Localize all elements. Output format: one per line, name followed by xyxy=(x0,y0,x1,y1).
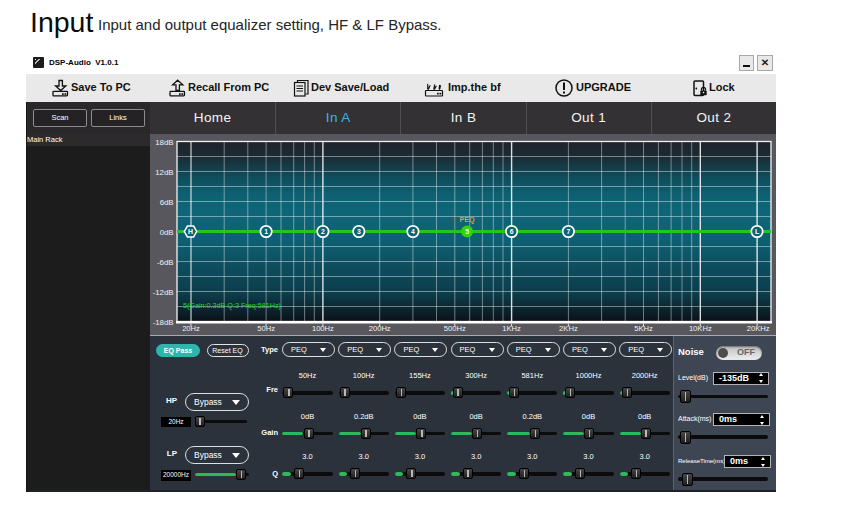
svg-text:1: 1 xyxy=(264,228,268,235)
svg-text:7: 7 xyxy=(566,228,570,235)
svg-text:500Hz: 500Hz xyxy=(444,324,466,333)
svg-text:50Hz: 50Hz xyxy=(257,324,275,333)
svg-text:3: 3 xyxy=(357,228,361,235)
svg-text:6dB: 6dB xyxy=(160,198,174,207)
svg-text:-18dB: -18dB xyxy=(153,318,174,327)
svg-text:12dB: 12dB xyxy=(155,168,173,177)
svg-text:0dB: 0dB xyxy=(160,228,174,237)
svg-text:10KHz: 10KHz xyxy=(689,324,712,333)
svg-text:18dB: 18dB xyxy=(155,138,173,147)
svg-text:-6dB: -6dB xyxy=(157,258,173,267)
svg-text:2: 2 xyxy=(321,228,325,235)
svg-text:5: 5 xyxy=(465,228,469,235)
svg-text:-12dB: -12dB xyxy=(153,288,174,297)
svg-text:H: H xyxy=(188,228,193,235)
svg-text:20Hz: 20Hz xyxy=(182,324,200,333)
svg-text:5(Gain:0.3dB Q:3 Freq:581Hz): 5(Gain:0.3dB Q:3 Freq:581Hz) xyxy=(183,301,281,310)
svg-text:4: 4 xyxy=(411,228,415,235)
svg-text:5KHz: 5KHz xyxy=(634,324,653,333)
svg-text:L: L xyxy=(755,228,759,235)
svg-text:PEQ: PEQ xyxy=(460,215,476,224)
svg-text:2KHz: 2KHz xyxy=(559,324,578,333)
svg-text:1KHz: 1KHz xyxy=(502,324,521,333)
svg-text:100Hz: 100Hz xyxy=(312,324,334,333)
svg-text:20KHz: 20KHz xyxy=(747,324,770,333)
svg-text:200Hz: 200Hz xyxy=(369,324,391,333)
svg-text:6: 6 xyxy=(510,228,514,235)
